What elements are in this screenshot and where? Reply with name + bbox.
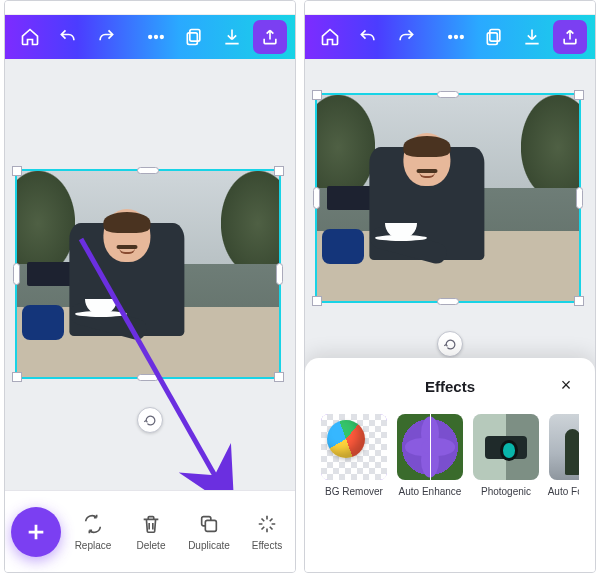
home-button[interactable] <box>13 20 47 54</box>
sheet-title: Effects <box>425 378 475 395</box>
more-button[interactable] <box>139 20 173 54</box>
sparkle-icon <box>256 513 278 535</box>
add-fab[interactable] <box>11 507 61 557</box>
share-button[interactable] <box>253 20 287 54</box>
tool-duplicate[interactable]: Duplicate <box>181 513 237 551</box>
tool-delete[interactable]: Delete <box>123 513 179 551</box>
svg-point-9 <box>455 36 458 39</box>
tool-label: Duplicate <box>188 540 230 551</box>
home-button[interactable] <box>313 20 347 54</box>
status-bar <box>5 1 295 15</box>
top-app-bar <box>5 15 295 59</box>
effect-thumb <box>473 414 539 480</box>
effect-auto-enhance[interactable]: Auto Enhance <box>397 414 463 497</box>
tool-label: Effects <box>252 540 282 551</box>
trash-icon <box>140 513 162 535</box>
svg-point-10 <box>461 36 464 39</box>
svg-rect-11 <box>490 30 500 42</box>
close-button[interactable]: × <box>553 372 579 398</box>
pages-button[interactable] <box>177 20 211 54</box>
svg-point-1 <box>155 36 158 39</box>
photo-man-with-cup <box>317 95 579 301</box>
redo-button[interactable] <box>89 20 123 54</box>
tool-effects[interactable]: Effects <box>239 513 289 551</box>
resize-handle[interactable] <box>137 167 159 174</box>
effect-label: Photogenic <box>481 486 531 497</box>
close-icon: × <box>561 375 572 396</box>
svg-rect-3 <box>190 30 200 42</box>
resize-handle[interactable] <box>313 187 320 209</box>
svg-point-2 <box>161 36 164 39</box>
phone-right: Effects × BG Remover <box>304 0 596 573</box>
tool-label: Replace <box>75 540 112 551</box>
effect-label: Auto Enhance <box>399 486 462 497</box>
top-app-bar <box>305 15 595 59</box>
phone-left: Replace Delete Duplicate Effects Animate <box>4 0 296 573</box>
resize-handle[interactable] <box>137 374 159 381</box>
resize-handle[interactable] <box>12 372 22 382</box>
bottom-toolbar: Replace Delete Duplicate Effects Animate <box>5 490 295 572</box>
resize-handle[interactable] <box>574 90 584 100</box>
status-bar <box>305 1 595 15</box>
duplicate-icon <box>198 513 220 535</box>
effect-thumb <box>321 414 387 480</box>
download-button[interactable] <box>215 20 249 54</box>
effect-label: Auto Focus <box>548 486 579 497</box>
svg-rect-6 <box>205 520 216 531</box>
effect-thumb <box>549 414 579 480</box>
resize-handle[interactable] <box>437 298 459 305</box>
resize-handle[interactable] <box>274 372 284 382</box>
resize-handle[interactable] <box>12 166 22 176</box>
resize-handle[interactable] <box>312 296 322 306</box>
resize-handle[interactable] <box>13 263 20 285</box>
effect-bg-remover[interactable]: BG Remover <box>321 414 387 497</box>
two-phone-comparison: Replace Delete Duplicate Effects Animate <box>0 0 600 573</box>
resize-handle[interactable] <box>437 91 459 98</box>
effects-list: BG Remover Auto Enhance <box>321 414 579 497</box>
tool-replace[interactable]: Replace <box>65 513 121 551</box>
svg-rect-12 <box>487 33 497 45</box>
svg-point-0 <box>149 36 152 39</box>
svg-point-8 <box>449 36 452 39</box>
rotate-handle[interactable] <box>137 407 163 433</box>
rotate-handle[interactable] <box>437 331 463 357</box>
resize-handle[interactable] <box>312 90 322 100</box>
download-button[interactable] <box>515 20 549 54</box>
selected-image[interactable] <box>15 169 281 379</box>
pages-button[interactable] <box>477 20 511 54</box>
share-button[interactable] <box>553 20 587 54</box>
tool-label: Delete <box>137 540 166 551</box>
replace-icon <box>82 513 104 535</box>
more-button[interactable] <box>439 20 473 54</box>
effect-auto-focus[interactable]: Auto Focus <box>549 414 579 497</box>
resize-handle[interactable] <box>274 166 284 176</box>
redo-button[interactable] <box>389 20 423 54</box>
resize-handle[interactable] <box>276 263 283 285</box>
resize-handle[interactable] <box>576 187 583 209</box>
undo-button[interactable] <box>351 20 385 54</box>
effects-sheet: Effects × BG Remover <box>305 358 595 572</box>
photo-man-with-cup <box>17 171 279 377</box>
selected-image[interactable] <box>315 93 581 303</box>
effect-label: BG Remover <box>325 486 383 497</box>
effect-photogenic[interactable]: Photogenic <box>473 414 539 497</box>
resize-handle[interactable] <box>574 296 584 306</box>
undo-button[interactable] <box>51 20 85 54</box>
effect-thumb <box>397 414 463 480</box>
svg-rect-4 <box>187 33 197 45</box>
